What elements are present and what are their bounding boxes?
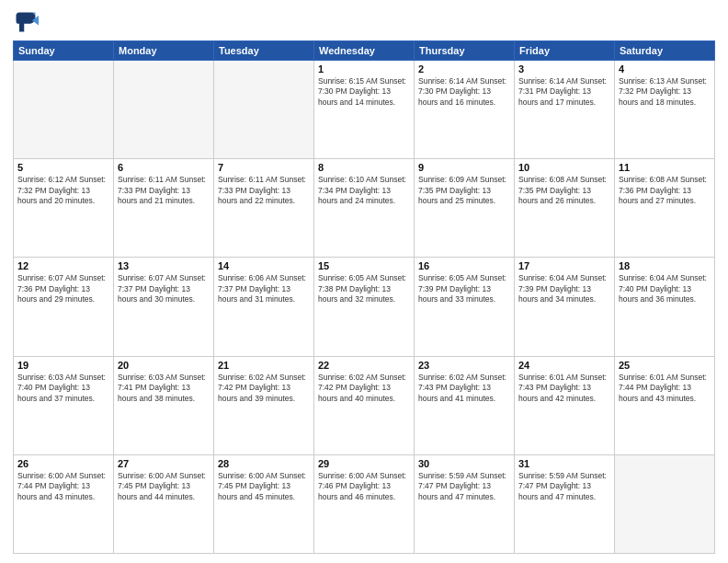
weekday-monday: Monday bbox=[114, 41, 214, 61]
day-info: Sunrise: 6:00 AM Sunset: 7:44 PM Dayligh… bbox=[17, 471, 109, 502]
day-info: Sunrise: 6:02 AM Sunset: 7:43 PM Dayligh… bbox=[418, 373, 510, 404]
day-number: 19 bbox=[17, 360, 109, 371]
day-info: Sunrise: 6:14 AM Sunset: 7:31 PM Dayligh… bbox=[518, 76, 610, 108]
day-number: 30 bbox=[418, 458, 510, 469]
day-info: Sunrise: 6:11 AM Sunset: 7:33 PM Dayligh… bbox=[218, 175, 310, 206]
calendar-cell: 25Sunrise: 6:01 AM Sunset: 7:44 PM Dayli… bbox=[615, 356, 715, 454]
calendar-cell bbox=[214, 61, 314, 159]
day-number: 28 bbox=[218, 458, 310, 469]
day-info: Sunrise: 5:59 AM Sunset: 7:47 PM Dayligh… bbox=[518, 471, 610, 502]
weekday-friday: Friday bbox=[515, 41, 615, 61]
calendar-cell: 9Sunrise: 6:09 AM Sunset: 7:35 PM Daylig… bbox=[415, 159, 515, 258]
day-number: 6 bbox=[118, 162, 210, 173]
calendar-cell: 28Sunrise: 6:00 AM Sunset: 7:45 PM Dayli… bbox=[214, 454, 314, 553]
day-info: Sunrise: 6:01 AM Sunset: 7:44 PM Dayligh… bbox=[619, 373, 711, 404]
day-info: Sunrise: 6:14 AM Sunset: 7:30 PM Dayligh… bbox=[418, 76, 510, 108]
day-number: 2 bbox=[418, 63, 510, 75]
day-number: 20 bbox=[118, 360, 210, 371]
day-number: 9 bbox=[418, 162, 510, 173]
calendar-week-2: 12Sunrise: 6:07 AM Sunset: 7:36 PM Dayli… bbox=[14, 258, 715, 356]
day-number: 7 bbox=[218, 162, 310, 173]
day-number: 11 bbox=[619, 162, 711, 173]
weekday-saturday: Saturday bbox=[615, 41, 715, 61]
day-info: Sunrise: 6:05 AM Sunset: 7:39 PM Dayligh… bbox=[418, 273, 510, 304]
calendar-cell: 19Sunrise: 6:03 AM Sunset: 7:40 PM Dayli… bbox=[14, 356, 114, 454]
day-info: Sunrise: 5:59 AM Sunset: 7:47 PM Dayligh… bbox=[418, 471, 510, 502]
day-number: 27 bbox=[118, 458, 210, 469]
day-number: 4 bbox=[619, 63, 711, 75]
calendar-cell: 12Sunrise: 6:07 AM Sunset: 7:36 PM Dayli… bbox=[14, 258, 114, 356]
calendar-week-1: 5Sunrise: 6:12 AM Sunset: 7:32 PM Daylig… bbox=[14, 159, 715, 258]
calendar-cell: 6Sunrise: 6:11 AM Sunset: 7:33 PM Daylig… bbox=[114, 159, 214, 258]
day-info: Sunrise: 6:01 AM Sunset: 7:43 PM Dayligh… bbox=[518, 373, 610, 404]
day-info: Sunrise: 6:15 AM Sunset: 7:30 PM Dayligh… bbox=[318, 76, 410, 108]
day-number: 23 bbox=[418, 360, 510, 371]
day-info: Sunrise: 6:04 AM Sunset: 7:39 PM Dayligh… bbox=[518, 273, 610, 304]
calendar-cell: 26Sunrise: 6:00 AM Sunset: 7:44 PM Dayli… bbox=[14, 454, 114, 553]
day-info: Sunrise: 6:00 AM Sunset: 7:46 PM Dayligh… bbox=[318, 471, 410, 502]
page: SundayMondayTuesdayWednesdayThursdayFrid… bbox=[0, 0, 728, 563]
day-number: 24 bbox=[518, 360, 610, 371]
calendar-week-4: 26Sunrise: 6:00 AM Sunset: 7:44 PM Dayli… bbox=[14, 454, 715, 553]
day-info: Sunrise: 6:03 AM Sunset: 7:41 PM Dayligh… bbox=[118, 373, 210, 404]
calendar-cell bbox=[114, 61, 214, 159]
day-info: Sunrise: 6:09 AM Sunset: 7:35 PM Dayligh… bbox=[418, 175, 510, 206]
day-info: Sunrise: 6:02 AM Sunset: 7:42 PM Dayligh… bbox=[318, 373, 410, 404]
calendar-cell: 27Sunrise: 6:00 AM Sunset: 7:45 PM Dayli… bbox=[114, 454, 214, 553]
weekday-header-row: SundayMondayTuesdayWednesdayThursdayFrid… bbox=[14, 41, 715, 61]
calendar-cell: 13Sunrise: 6:07 AM Sunset: 7:37 PM Dayli… bbox=[114, 258, 214, 356]
calendar-cell: 7Sunrise: 6:11 AM Sunset: 7:33 PM Daylig… bbox=[214, 159, 314, 258]
day-number: 10 bbox=[518, 162, 610, 173]
logo-icon bbox=[13, 9, 39, 35]
calendar-cell: 23Sunrise: 6:02 AM Sunset: 7:43 PM Dayli… bbox=[415, 356, 515, 454]
day-number: 12 bbox=[17, 260, 109, 271]
calendar-cell: 1Sunrise: 6:15 AM Sunset: 7:30 PM Daylig… bbox=[314, 61, 415, 159]
calendar-cell: 16Sunrise: 6:05 AM Sunset: 7:39 PM Dayli… bbox=[415, 258, 515, 356]
weekday-wednesday: Wednesday bbox=[314, 41, 415, 61]
weekday-thursday: Thursday bbox=[415, 41, 515, 61]
day-info: Sunrise: 6:13 AM Sunset: 7:32 PM Dayligh… bbox=[619, 76, 711, 108]
calendar-cell: 17Sunrise: 6:04 AM Sunset: 7:39 PM Dayli… bbox=[515, 258, 615, 356]
header bbox=[13, 9, 715, 35]
day-number: 15 bbox=[318, 260, 410, 271]
calendar-cell: 3Sunrise: 6:14 AM Sunset: 7:31 PM Daylig… bbox=[515, 61, 615, 159]
day-number: 17 bbox=[518, 260, 610, 271]
day-number: 22 bbox=[318, 360, 410, 371]
day-info: Sunrise: 6:07 AM Sunset: 7:36 PM Dayligh… bbox=[17, 273, 109, 304]
day-info: Sunrise: 6:11 AM Sunset: 7:33 PM Dayligh… bbox=[118, 175, 210, 206]
calendar-cell: 10Sunrise: 6:08 AM Sunset: 7:35 PM Dayli… bbox=[515, 159, 615, 258]
day-info: Sunrise: 6:10 AM Sunset: 7:34 PM Dayligh… bbox=[318, 175, 410, 206]
day-number: 8 bbox=[318, 162, 410, 173]
day-number: 13 bbox=[118, 260, 210, 271]
day-info: Sunrise: 6:06 AM Sunset: 7:37 PM Dayligh… bbox=[218, 273, 310, 304]
day-info: Sunrise: 6:00 AM Sunset: 7:45 PM Dayligh… bbox=[118, 471, 210, 502]
day-info: Sunrise: 6:00 AM Sunset: 7:45 PM Dayligh… bbox=[218, 471, 310, 502]
day-info: Sunrise: 6:05 AM Sunset: 7:38 PM Dayligh… bbox=[318, 273, 410, 304]
day-info: Sunrise: 6:08 AM Sunset: 7:36 PM Dayligh… bbox=[619, 175, 711, 206]
calendar-cell: 24Sunrise: 6:01 AM Sunset: 7:43 PM Dayli… bbox=[515, 356, 615, 454]
logo bbox=[13, 9, 42, 35]
calendar-cell bbox=[615, 454, 715, 553]
day-number: 16 bbox=[418, 260, 510, 271]
day-info: Sunrise: 6:08 AM Sunset: 7:35 PM Dayligh… bbox=[518, 175, 610, 206]
day-number: 26 bbox=[17, 458, 109, 469]
calendar-week-0: 1Sunrise: 6:15 AM Sunset: 7:30 PM Daylig… bbox=[14, 61, 715, 159]
calendar-cell: 8Sunrise: 6:10 AM Sunset: 7:34 PM Daylig… bbox=[314, 159, 415, 258]
day-info: Sunrise: 6:12 AM Sunset: 7:32 PM Dayligh… bbox=[17, 175, 109, 206]
day-info: Sunrise: 6:04 AM Sunset: 7:40 PM Dayligh… bbox=[619, 273, 711, 304]
calendar-cell: 5Sunrise: 6:12 AM Sunset: 7:32 PM Daylig… bbox=[14, 159, 114, 258]
calendar-cell: 20Sunrise: 6:03 AM Sunset: 7:41 PM Dayli… bbox=[114, 356, 214, 454]
calendar-table: SundayMondayTuesdayWednesdayThursdayFrid… bbox=[13, 40, 715, 554]
day-number: 31 bbox=[518, 458, 610, 469]
calendar-cell: 2Sunrise: 6:14 AM Sunset: 7:30 PM Daylig… bbox=[415, 61, 515, 159]
day-number: 1 bbox=[318, 63, 410, 75]
day-info: Sunrise: 6:07 AM Sunset: 7:37 PM Dayligh… bbox=[118, 273, 210, 304]
weekday-tuesday: Tuesday bbox=[214, 41, 314, 61]
weekday-sunday: Sunday bbox=[14, 41, 114, 61]
calendar-cell: 31Sunrise: 5:59 AM Sunset: 7:47 PM Dayli… bbox=[515, 454, 615, 553]
day-number: 5 bbox=[17, 162, 109, 173]
day-number: 25 bbox=[619, 360, 711, 371]
day-number: 29 bbox=[318, 458, 410, 469]
day-number: 21 bbox=[218, 360, 310, 371]
calendar-cell bbox=[14, 61, 114, 159]
